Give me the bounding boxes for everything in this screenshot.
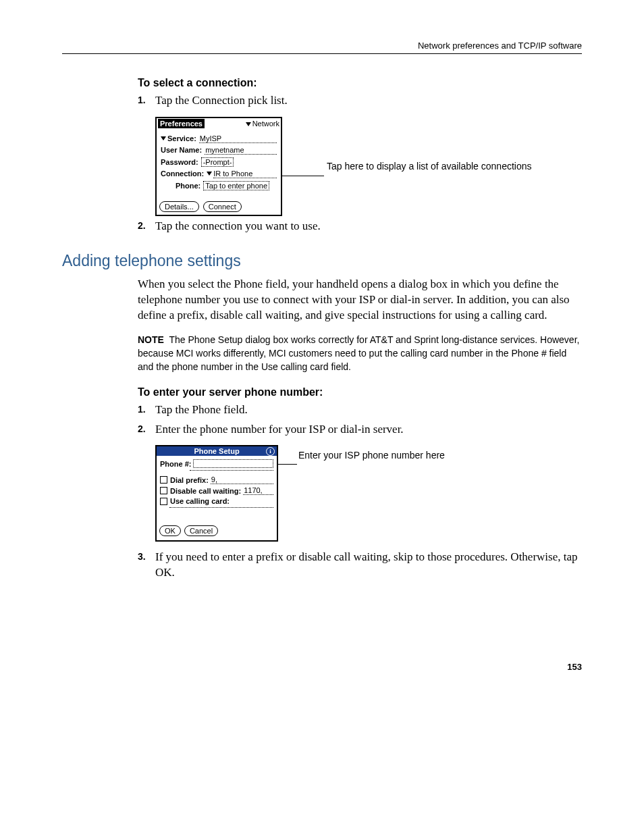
step-item: 3.If you need to enter a prefix or disab… — [138, 550, 582, 581]
connection-label: Connection: — [161, 170, 204, 178]
preferences-screenshot: Preferences Network Service: MyISP User … — [155, 117, 282, 216]
service-label: Service: — [167, 134, 196, 142]
procedure-title: To select a connection: — [138, 77, 582, 89]
step-text: Enter the phone number for your ISP or d… — [155, 423, 404, 436]
password-label: Password: — [161, 158, 198, 166]
calling-card-checkbox[interactable] — [160, 498, 167, 505]
running-header: Network preferences and TCP/IP software — [62, 41, 582, 54]
phone-setup-screenshot: Phone Setup i Phone #: Dial prefix: 9, — [155, 445, 278, 542]
connect-button[interactable]: Connect — [203, 201, 242, 212]
category-picker[interactable]: Network — [246, 120, 279, 128]
phone-number-input[interactable] — [193, 459, 273, 468]
calling-card-value[interactable] — [169, 507, 273, 508]
page-number: 153 — [62, 662, 582, 672]
info-icon[interactable]: i — [266, 447, 275, 456]
figure-callout: Enter your ISP phone number here — [298, 449, 445, 461]
step-item: 1.Tap the Connection pick list. — [138, 93, 582, 109]
disable-call-waiting-label: Disable call waiting: — [170, 487, 241, 495]
cancel-button[interactable]: Cancel — [184, 525, 218, 536]
procedure-title: To enter your server phone number: — [138, 386, 582, 398]
calling-card-label: Use calling card: — [170, 497, 230, 505]
step-text: If you need to enter a prefix or disable… — [155, 550, 578, 579]
step-text: Tap the Connection pick list. — [155, 94, 288, 107]
figure-callout: Tap here to display a list of available … — [327, 160, 532, 172]
section-heading: Adding telephone settings — [62, 252, 582, 270]
phone-field[interactable]: Tap to enter phone — [203, 181, 269, 190]
username-value[interactable]: mynetname — [205, 146, 277, 155]
body-paragraph: When you select the Phone field, your ha… — [138, 277, 582, 323]
username-label: User Name: — [161, 146, 202, 154]
password-field[interactable]: -Prompt- — [201, 157, 234, 167]
app-title: Preferences — [158, 119, 205, 128]
note-paragraph: NOTE The Phone Setup dialog box works co… — [138, 333, 582, 374]
phone-label: Phone: — [176, 182, 200, 190]
service-value[interactable]: MyISP — [199, 134, 277, 143]
note-label: NOTE — [138, 334, 164, 345]
phone-number-label: Phone #: — [160, 460, 191, 468]
step-item: 2.Tap the connection you want to use. — [138, 219, 582, 234]
step-item: 1.Tap the Phone field. — [138, 402, 582, 418]
step-item: 2.Enter the phone number for your ISP or… — [138, 422, 582, 438]
chevron-down-icon — [246, 122, 251, 126]
chevron-down-icon — [207, 172, 212, 176]
disable-call-waiting-value[interactable]: 1170, — [243, 486, 273, 495]
dial-prefix-value[interactable]: 9, — [211, 475, 273, 484]
dial-prefix-checkbox[interactable] — [160, 476, 167, 484]
dialog-title: Phone Setup — [194, 447, 239, 455]
phone-number-input-line2[interactable] — [190, 470, 273, 471]
ok-button[interactable]: OK — [159, 525, 181, 536]
dial-prefix-label: Dial prefix: — [170, 476, 209, 484]
note-text: The Phone Setup dialog box works correct… — [138, 334, 579, 373]
chevron-down-icon — [161, 136, 166, 140]
disable-call-waiting-checkbox[interactable] — [160, 487, 167, 494]
step-text: Tap the Phone field. — [155, 403, 248, 416]
step-text: Tap the connection you want to use. — [155, 219, 321, 232]
connection-picker[interactable]: IR to Phone — [213, 170, 277, 178]
details-button[interactable]: Details... — [159, 201, 199, 212]
